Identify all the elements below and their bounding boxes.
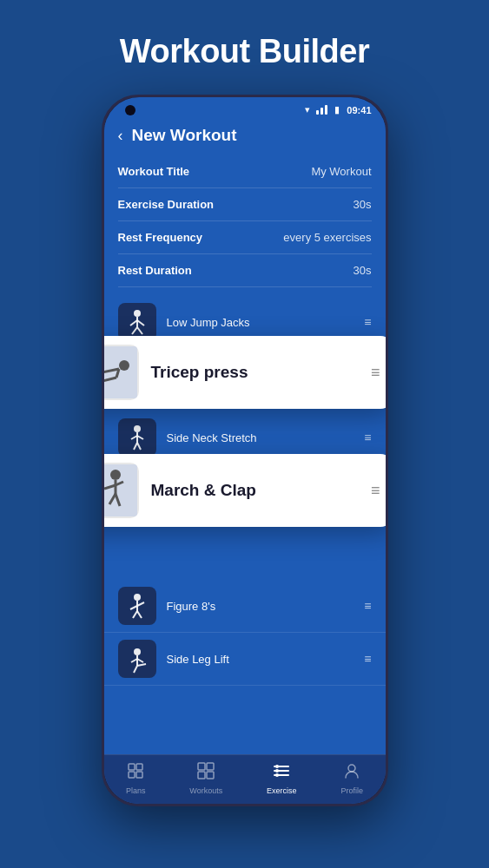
svg-line-40 (134, 666, 137, 673)
workouts-icon (197, 762, 215, 784)
svg-rect-43 (136, 764, 142, 770)
phone-frame: ▾ ▮ 09:41 ‹ New Workout Workout Title My (102, 95, 388, 806)
svg-point-54 (275, 769, 279, 773)
nav-label-plans: Plans (126, 786, 146, 795)
nav-item-plans[interactable]: Plans (126, 762, 146, 795)
exercise-thumb-side-leg-lift (118, 640, 156, 678)
bottom-nav: Plans Workouts (104, 754, 386, 804)
settings-row-workout-title[interactable]: Workout Title My Workout (118, 155, 372, 188)
floating-card-tricep-press[interactable]: Tricep press ≡ (104, 336, 386, 409)
camera-hole (125, 105, 135, 115)
page-title: Workout Builder (120, 0, 369, 95)
svg-line-35 (137, 611, 142, 618)
svg-point-7 (119, 360, 129, 371)
drag-handle-side-leg-lift[interactable]: ≡ (364, 652, 371, 666)
svg-point-36 (134, 648, 141, 655)
svg-rect-45 (136, 772, 142, 778)
svg-line-4 (132, 327, 137, 334)
app-header: ‹ New Workout (104, 119, 386, 155)
back-button[interactable]: ‹ (118, 127, 123, 145)
svg-line-17 (137, 443, 141, 450)
svg-line-34 (133, 611, 137, 618)
floating-card-march-clap[interactable]: March & Clap ≡ (104, 454, 386, 527)
profile-icon (343, 762, 360, 784)
settings-value-exercise-duration: 30s (354, 198, 372, 211)
exercise-name-side-neck-stretch: Side Neck Stretch (167, 431, 365, 444)
svg-point-55 (275, 773, 279, 777)
nav-label-profile: Profile (341, 786, 364, 795)
exercise-name-side-leg-lift: Side Leg Lift (167, 653, 365, 666)
svg-line-39 (137, 659, 143, 662)
exercise-thumb-side-neck-stretch (118, 418, 156, 457)
svg-point-56 (348, 765, 355, 772)
svg-line-32 (130, 606, 137, 609)
status-time: 09:41 (347, 105, 371, 115)
svg-rect-47 (207, 763, 214, 770)
settings-label-rest-frequency: Rest Frequency (118, 231, 203, 244)
exercise-name-figure-8s: Figure 8's (167, 600, 365, 613)
settings-value-workout-title: My Workout (311, 165, 371, 178)
settings-section: Workout Title My Workout Exercise Durati… (104, 155, 386, 287)
header-title: New Workout (132, 126, 237, 145)
svg-line-14 (131, 436, 137, 439)
exercise-icon (273, 762, 290, 784)
svg-line-16 (134, 443, 137, 450)
svg-line-5 (137, 327, 142, 334)
settings-label-exercise-duration: Exercise Duration (118, 198, 215, 211)
svg-rect-46 (198, 763, 205, 770)
exercise-item-figure-8s[interactable]: Figure 8's ≡ (104, 580, 386, 633)
settings-value-rest-duration: 30s (354, 264, 372, 277)
svg-rect-42 (129, 764, 135, 770)
svg-line-38 (131, 659, 137, 662)
settings-label-workout-title: Workout Title (118, 165, 190, 178)
svg-rect-23 (104, 464, 137, 516)
svg-point-24 (110, 470, 121, 480)
plans-icon (127, 762, 144, 784)
drag-handle-tricep-press[interactable]: ≡ (371, 364, 380, 382)
exercise-thumb-figure-8s (118, 587, 156, 625)
svg-point-12 (134, 425, 141, 432)
svg-line-15 (137, 436, 143, 439)
svg-point-53 (275, 765, 279, 768)
svg-line-41 (137, 664, 146, 666)
exercise-item-side-leg-lift[interactable]: Side Leg Lift ≡ (104, 633, 386, 686)
svg-point-0 (134, 310, 141, 317)
svg-rect-48 (198, 772, 205, 779)
settings-row-rest-frequency[interactable]: Rest Frequency every 5 exercises (118, 221, 372, 254)
svg-point-30 (134, 594, 141, 601)
drag-handle-march-clap[interactable]: ≡ (371, 482, 380, 500)
status-bar: ▾ ▮ 09:41 (104, 97, 386, 119)
drag-handle-side-neck-stretch[interactable]: ≡ (364, 431, 371, 444)
nav-item-profile[interactable]: Profile (341, 762, 364, 795)
svg-line-33 (137, 602, 144, 606)
drag-handle-low-jump-jacks[interactable]: ≡ (364, 315, 371, 329)
signal-icon (316, 105, 327, 115)
drag-handle-figure-8s[interactable]: ≡ (364, 599, 371, 613)
floating-thumb-tricep-press (104, 345, 139, 400)
battery-icon: ▮ (334, 104, 340, 115)
settings-label-rest-duration: Rest Duration (118, 264, 192, 277)
settings-value-rest-frequency: every 5 exercises (283, 231, 371, 244)
settings-row-rest-duration[interactable]: Rest Duration 30s (118, 254, 372, 287)
svg-rect-49 (207, 772, 214, 779)
exercise-name-low-jump-jacks: Low Jump Jacks (167, 316, 365, 329)
svg-rect-44 (129, 772, 135, 778)
svg-line-3 (137, 320, 144, 326)
floating-name-tricep-press: Tricep press (151, 363, 371, 382)
nav-label-workouts: Workouts (189, 786, 222, 795)
settings-row-exercise-duration[interactable]: Exercise Duration 30s (118, 188, 372, 221)
exercise-list-container: Low Jump Jacks ≡ Tricep press (104, 287, 386, 686)
svg-rect-6 (104, 346, 137, 398)
nav-item-workouts[interactable]: Workouts (189, 762, 222, 795)
floating-name-march-clap: March & Clap (151, 481, 371, 500)
svg-line-2 (130, 320, 137, 326)
wifi-icon: ▾ (305, 104, 310, 115)
nav-item-exercise[interactable]: Exercise (267, 762, 297, 795)
nav-label-exercise: Exercise (267, 786, 297, 795)
floating-thumb-march-clap (104, 463, 139, 518)
